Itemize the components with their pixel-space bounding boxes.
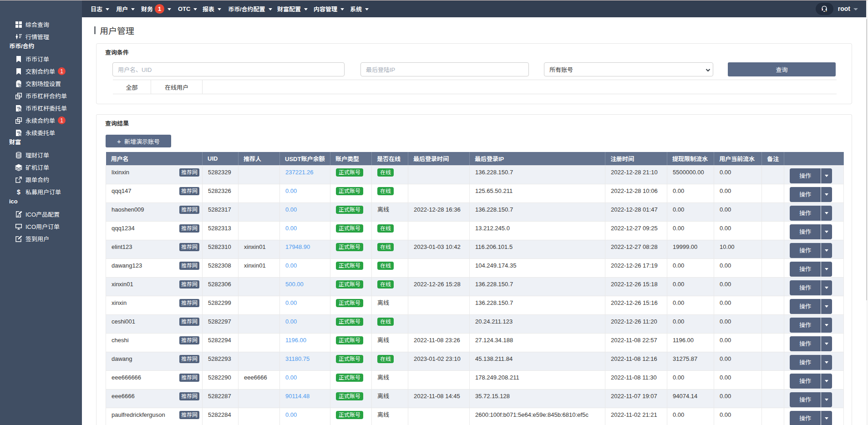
svg-text:$: $ bbox=[17, 188, 20, 196]
